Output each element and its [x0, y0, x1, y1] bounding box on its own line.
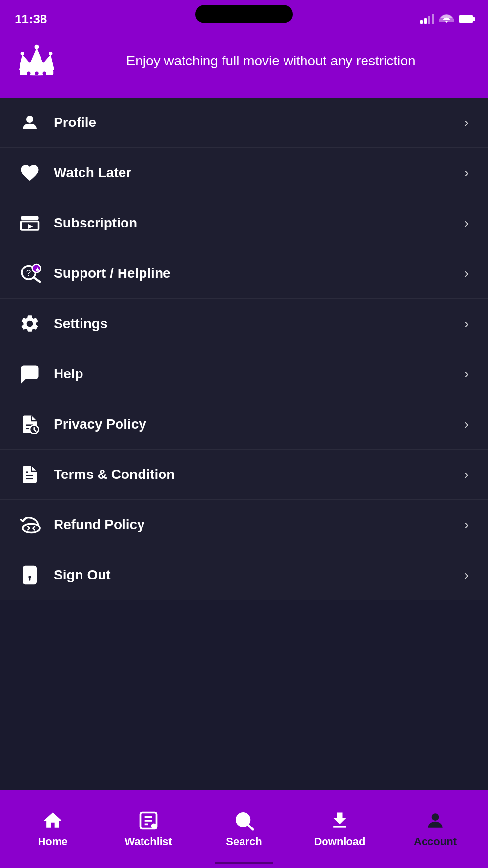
- arrow-icon-subscription: ›: [464, 215, 468, 231]
- profile-icon: [20, 112, 54, 133]
- menu-item-help[interactable]: ? Help ›: [0, 349, 488, 399]
- arrow-icon-sign-out: ›: [464, 567, 468, 583]
- bottom-nav: Home Watchlist Search Download: [0, 790, 488, 868]
- arrow-icon-profile: ›: [464, 115, 468, 130]
- nav-label-home: Home: [38, 835, 67, 848]
- menu-label-privacy-policy: Privacy Policy: [54, 416, 464, 432]
- svg-rect-9: [21, 216, 39, 220]
- nav-item-search[interactable]: Search: [196, 805, 292, 853]
- arrow-icon-refund: ›: [464, 517, 468, 533]
- support-icon: ? ★: [20, 263, 54, 284]
- menu-label-terms: Terms & Condition: [54, 467, 464, 482]
- heart-icon: [20, 163, 54, 183]
- svg-point-35: [432, 813, 439, 821]
- terms-icon: [20, 464, 54, 485]
- menu-item-settings[interactable]: Settings ›: [0, 299, 488, 349]
- svg-line-34: [248, 825, 253, 829]
- menu-item-subscription[interactable]: Subscription ›: [0, 198, 488, 248]
- arrow-icon-settings: ›: [464, 316, 468, 331]
- menu-item-sign-out[interactable]: Sign Out ›: [0, 550, 488, 600]
- arrow-icon-privacy-policy: ›: [464, 416, 468, 432]
- nav-item-watchlist[interactable]: Watchlist: [101, 805, 196, 853]
- svg-marker-11: [28, 224, 34, 229]
- header-banner: Enjoy watching full movie without any re…: [0, 29, 488, 98]
- crown-icon: [15, 39, 59, 83]
- menu-label-refund: Refund Policy: [54, 517, 464, 533]
- menu-item-privacy-policy[interactable]: Privacy Policy ›: [0, 399, 488, 450]
- svg-point-8: [26, 116, 33, 123]
- signout-icon: [20, 565, 54, 585]
- status-icons: [420, 13, 473, 25]
- menu-label-sign-out: Sign Out: [54, 567, 464, 583]
- menu-item-terms[interactable]: Terms & Condition ›: [0, 450, 488, 500]
- nav-label-account: Account: [414, 835, 457, 848]
- menu-label-subscription: Subscription: [54, 215, 464, 231]
- arrow-icon-support: ›: [464, 266, 468, 281]
- svg-point-6: [35, 72, 38, 75]
- menu-item-profile[interactable]: Profile ›: [0, 98, 488, 148]
- refund-icon: [20, 515, 54, 535]
- menu-label-settings: Settings: [54, 316, 464, 331]
- nav-label-download: Download: [314, 835, 365, 848]
- nav-label-watchlist: Watchlist: [125, 835, 172, 848]
- settings-icon: [20, 313, 54, 334]
- notch: [195, 5, 293, 23]
- svg-point-7: [43, 72, 46, 75]
- svg-point-32: [151, 824, 157, 829]
- status-time: 11:38: [15, 12, 47, 27]
- svg-point-5: [27, 72, 30, 75]
- menu-item-support[interactable]: ? ★ Support / Helpline ›: [0, 248, 488, 299]
- svg-point-1: [35, 45, 39, 49]
- home-indicator: [215, 862, 273, 864]
- menu-label-support: Support / Helpline: [54, 266, 464, 281]
- svg-text:?: ?: [29, 368, 33, 376]
- menu-item-refund[interactable]: Refund Policy ›: [0, 500, 488, 550]
- svg-point-2: [21, 52, 24, 55]
- menu-label-help: Help: [54, 366, 464, 382]
- arrow-icon-terms: ›: [464, 467, 468, 482]
- menu-label-profile: Profile: [54, 115, 464, 130]
- home-nav-icon: [42, 810, 63, 831]
- status-bar: 11:38: [0, 0, 488, 29]
- account-nav-icon: [425, 810, 446, 831]
- search-nav-icon: [233, 810, 255, 831]
- nav-item-home[interactable]: Home: [5, 805, 101, 853]
- signal-icon: [420, 14, 434, 24]
- nav-item-account[interactable]: Account: [387, 805, 483, 853]
- download-nav-icon: [329, 810, 350, 831]
- arrow-icon-watch-later: ›: [464, 165, 468, 181]
- svg-point-3: [49, 52, 52, 55]
- help-icon: ?: [20, 364, 54, 384]
- nav-label-search: Search: [226, 835, 262, 848]
- watchlist-nav-icon: [138, 810, 159, 831]
- svg-text:★: ★: [34, 266, 41, 273]
- battery-icon: [459, 15, 473, 23]
- subscription-icon: [20, 213, 54, 233]
- wifi-icon: [439, 13, 454, 25]
- menu-label-watch-later: Watch Later: [54, 165, 464, 181]
- svg-text:?: ?: [26, 268, 31, 278]
- menu-list: Profile › Watch Later › Subscription ›: [0, 98, 488, 600]
- header-tagline: Enjoy watching full movie without any re…: [68, 51, 473, 70]
- arrow-icon-help: ›: [464, 366, 468, 382]
- menu-item-watch-later[interactable]: Watch Later ›: [0, 148, 488, 198]
- nav-item-download[interactable]: Download: [292, 805, 387, 853]
- privacy-icon: [20, 414, 54, 434]
- svg-point-23: [23, 524, 40, 532]
